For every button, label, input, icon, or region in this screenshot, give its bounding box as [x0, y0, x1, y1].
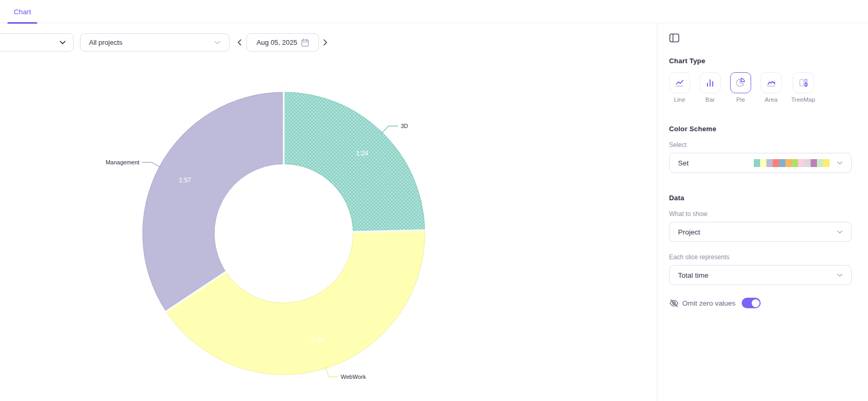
time-tracking-app: Chart All projects Aug 05, 2025 1:243D2:… — [0, 0, 868, 401]
settings-sidebar: Chart Type Line — [657, 23, 868, 401]
pie-slice-3D[interactable] — [284, 92, 425, 232]
eye-off-icon — [669, 298, 679, 308]
chart-type-bar[interactable]: Bar — [700, 72, 721, 103]
slice-value-label: 1:24 — [356, 150, 368, 157]
donut-chart: 1:243D2:20WebWork1:57Management — [73, 54, 494, 401]
collapse-panel-icon[interactable] — [669, 33, 680, 43]
what-to-show-label: What to show — [669, 210, 852, 218]
chart-type-heading: Chart Type — [669, 57, 852, 65]
chart-type-label: Line — [674, 96, 685, 103]
slice-leader-line — [381, 126, 398, 133]
tab-chart-label: Chart — [14, 8, 31, 16]
slice-value-label: 2:20 — [311, 337, 324, 344]
slice-leader-line — [325, 367, 338, 377]
color-scheme-select-label: Select — [669, 141, 852, 149]
chevron-left-icon — [237, 39, 242, 46]
pie-slice-Management[interactable] — [143, 92, 284, 311]
chevron-down-icon — [59, 41, 66, 45]
chevron-right-icon — [323, 39, 327, 46]
color-scheme-heading: Color Scheme — [669, 125, 852, 133]
date-next-button[interactable] — [320, 33, 331, 52]
what-to-show-select[interactable]: Project — [669, 222, 852, 242]
chevron-down-icon — [837, 161, 843, 165]
slice-represents-label: Each slice represents — [669, 253, 852, 261]
chart-type-options: Line Bar — [669, 72, 852, 103]
color-swatch — [754, 159, 760, 167]
what-to-show-value: Project — [678, 228, 700, 236]
slice-name-label: Management — [106, 159, 139, 165]
treemap-icon — [798, 77, 809, 88]
pie-chart-icon — [735, 77, 746, 89]
slice-name-label: WebWork — [341, 374, 366, 380]
tab-chart[interactable]: Chart — [6, 0, 38, 23]
color-swatch — [798, 159, 804, 167]
area-chart-icon — [766, 77, 776, 88]
color-scheme-select[interactable]: Set — [669, 153, 852, 173]
slice-represents-value: Total time — [678, 271, 709, 279]
omit-zero-values-toggle[interactable] — [742, 298, 761, 308]
chevron-down-icon — [214, 41, 221, 45]
data-heading: Data — [669, 194, 852, 202]
omit-zero-values-label: Omit zero values — [682, 299, 735, 307]
slice-leader-line — [142, 162, 161, 167]
line-chart-icon — [674, 77, 685, 88]
color-swatch — [817, 159, 823, 167]
projects-filter-value: All projects — [89, 38, 123, 46]
team-filter-select[interactable] — [0, 33, 74, 52]
toggle-knob — [752, 299, 760, 307]
color-swatch — [792, 159, 798, 167]
color-swatch — [773, 159, 779, 167]
chevron-down-icon — [837, 273, 843, 277]
bar-chart-icon — [705, 77, 715, 88]
chart-type-pie[interactable]: Pie — [730, 72, 751, 103]
color-swatch — [760, 159, 766, 167]
chart-type-area[interactable]: Area — [761, 72, 782, 103]
tab-active-underline — [7, 22, 37, 24]
color-scheme-swatches — [754, 159, 830, 167]
color-swatch — [785, 159, 792, 167]
tab-bar: Chart — [0, 0, 868, 23]
chart-type-label: TreeMap — [791, 96, 815, 103]
slice-value-label: 1:57 — [179, 177, 192, 184]
chart-type-label: Pie — [736, 96, 745, 103]
calendar-icon — [301, 38, 309, 47]
chart-type-line[interactable]: Line — [669, 72, 690, 103]
color-swatch — [779, 159, 785, 167]
color-swatch — [823, 159, 830, 167]
slice-represents-select[interactable]: Total time — [669, 265, 852, 285]
slice-name-label: 3D — [401, 123, 408, 129]
omit-zero-values-row[interactable]: Omit zero values — [669, 298, 852, 308]
date-picker[interactable]: Aug 05, 2025 — [246, 33, 319, 52]
color-swatch — [804, 159, 811, 167]
chart-type-treemap[interactable]: TreeMap — [791, 72, 815, 103]
chart-type-label: Bar — [705, 96, 715, 103]
chart-type-label: Area — [765, 96, 777, 103]
date-value: Aug 05, 2025 — [256, 38, 297, 46]
color-swatch — [766, 159, 773, 167]
color-swatch — [811, 159, 817, 167]
date-prev-button[interactable] — [234, 33, 245, 52]
chevron-down-icon — [837, 230, 843, 234]
color-scheme-value: Set — [678, 159, 689, 167]
projects-filter-select[interactable]: All projects — [80, 33, 230, 52]
